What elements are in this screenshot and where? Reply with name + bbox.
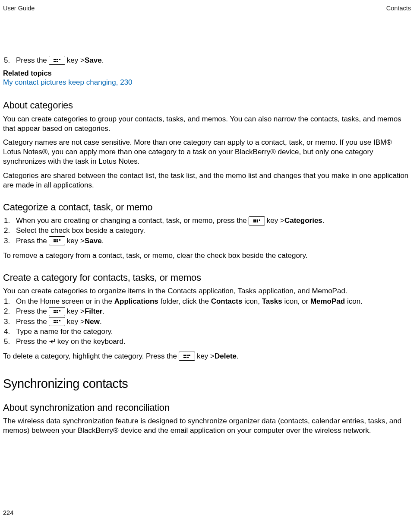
step-text: Press the key > Save .: [16, 56, 104, 65]
enter-key-icon: [48, 338, 56, 345]
create-step-1: 1. On the Home screen or in the Applicat…: [4, 297, 411, 306]
step-text: When you are creating or changing a cont…: [16, 216, 325, 225]
step-5-press-save: 5. Press the key > Save .: [4, 56, 411, 65]
create-category-intro: You can create categories to organize it…: [3, 286, 411, 296]
step-text: Press the key > Filter .: [16, 307, 104, 316]
related-topic-link[interactable]: My contact pictures keep changing, 230: [3, 78, 411, 87]
create-step-4: 4. Type a name for the category.: [4, 327, 411, 336]
create-step-5: 5. Press the key on the keyboard.: [4, 337, 411, 346]
related-topics-heading: Related topics: [3, 69, 411, 78]
step-text: Press the key > New .: [16, 317, 102, 327]
create-step-2: 2. Press the key > Filter .: [4, 307, 411, 316]
section-categorize: Categorize a contact, task, or memo: [3, 201, 411, 214]
section-about-categories: About categories: [3, 99, 411, 112]
categorize-step-1: 1. When you are creating or changing a c…: [4, 216, 411, 225]
create-step-3: 3. Press the key > New .: [4, 317, 411, 327]
section-synchronizing-contacts: Synchronizing contacts: [3, 376, 411, 392]
menu-key-icon: [49, 236, 65, 245]
step-text: On the Home screen or in the Application…: [16, 297, 363, 306]
about-sync-p1: The wireless data synchronization featur…: [3, 416, 411, 435]
section-create-category: Create a category for contacts, tasks, o…: [3, 272, 411, 284]
categorize-step-3: 3. Press the key > Save .: [4, 236, 411, 246]
header-right: Contacts: [386, 4, 411, 13]
menu-key-icon: [49, 56, 65, 65]
menu-key-icon: [249, 216, 265, 225]
about-categories-p1: You can create categories to group your …: [3, 114, 411, 133]
section-about-sync: About synchronization and reconciliation: [3, 402, 411, 414]
create-category-delete-tip: To delete a category, highlight the cate…: [3, 352, 411, 361]
menu-key-icon: [49, 317, 65, 326]
header-left: User Guide: [3, 4, 35, 13]
categorize-step-2: 2. Select the check box beside a categor…: [4, 226, 411, 235]
menu-key-icon: [179, 352, 195, 361]
about-categories-p3: Categories are shared between the contac…: [3, 171, 411, 190]
page-number: 224: [3, 509, 13, 517]
menu-key-icon: [49, 307, 65, 316]
categorize-remove-tip: To remove a category from a contact, tas…: [3, 251, 411, 260]
page-header: User Guide Contacts: [3, 4, 411, 13]
about-categories-p2: Category names are not case sensitive. M…: [3, 138, 411, 166]
step-text: Press the key > Save .: [16, 236, 104, 246]
step-text: Press the key on the keyboard.: [16, 337, 126, 346]
step-number: 5.: [4, 56, 16, 65]
